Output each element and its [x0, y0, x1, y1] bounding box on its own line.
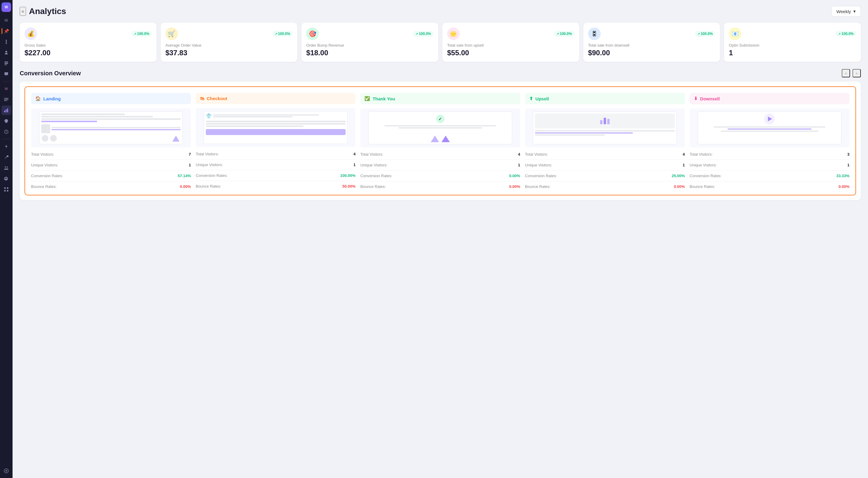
funnel-preview-downsell: [690, 109, 849, 147]
back-icon: «: [22, 9, 24, 14]
sidebar-icon-envelope[interactable]: ✉: [1, 16, 11, 25]
page-header: « Analytics Weekly ▾: [20, 6, 861, 17]
stat-badge-arrow-icon: ↗: [134, 32, 136, 35]
next-arrow-button[interactable]: »: [852, 69, 861, 78]
funnel-card-header-downsell[interactable]: ⬇ Downsell: [690, 93, 849, 104]
funnel-card-label-thankyou: Thank You: [372, 96, 395, 101]
svg-point-1: [6, 41, 7, 42]
stat-value: $18.00: [306, 49, 433, 57]
stat-label: Total sale from upsell: [447, 43, 575, 48]
main-content: « Analytics Weekly ▾ 💰 ↗ 100.0% Gross Sa…: [12, 0, 868, 478]
sidebar: W ✉ 📌 W: [0, 0, 12, 478]
funnel-stat-unique-visitors-upsell: Unique Visitors: 1: [525, 163, 685, 171]
sidebar-icon-play[interactable]: [1, 466, 11, 476]
funnel-card-label-landing: Landing: [43, 96, 61, 101]
funnel-card-label-downsell: Downsell: [700, 96, 720, 101]
period-dropdown[interactable]: Weekly ▾: [831, 6, 861, 17]
sidebar-icon-automations[interactable]: [1, 142, 11, 151]
period-label: Weekly: [836, 9, 851, 14]
funnel-card-header-landing[interactable]: 🏠 Landing: [31, 93, 191, 104]
sidebar-icon-integrations[interactable]: [1, 185, 11, 194]
stat-icon: 🌟: [447, 28, 460, 40]
prev-arrow-button[interactable]: «: [842, 69, 850, 78]
funnel-stat-bounce-downsell: Bounce Rates: 0.00%: [690, 184, 849, 189]
svg-rect-16: [7, 187, 8, 189]
stat-badge-arrow-icon: ↗: [275, 32, 277, 35]
section-header: Conversion Overview « »: [20, 69, 861, 78]
funnel-card-landing: 🏠 Landing Total Visitors: 7: [31, 93, 191, 189]
sidebar-icon-broadcast[interactable]: [1, 116, 11, 126]
sidebar-icon-contacts[interactable]: [1, 48, 11, 57]
stat-icon: 🎛: [588, 28, 601, 40]
funnel-stats-thankyou: Total Visitors: 4 Unique Visitors: 1 Con…: [360, 152, 520, 189]
stat-label: Optin Submission: [729, 43, 856, 48]
stat-card-top: 💰 ↗ 100.0%: [25, 28, 152, 40]
funnel-card-label-checkout: Checkout: [207, 96, 227, 101]
sidebar-icon-woo[interactable]: W: [1, 84, 11, 93]
sidebar-divider-1: [3, 81, 10, 82]
stat-label: Total sale from downsell: [588, 43, 715, 48]
sidebar-icon-settings[interactable]: [1, 174, 11, 183]
funnel-card-header-checkout[interactable]: 🛍 Checkout: [196, 93, 355, 104]
sidebar-icon-tags[interactable]: [1, 127, 11, 137]
stat-badge-value: 100.0%: [701, 32, 713, 36]
stat-value: $227.00: [25, 49, 152, 57]
funnel-card-header-upsell[interactable]: ⬆ Upsell: [525, 93, 685, 104]
sidebar-icon-analytics[interactable]: [1, 106, 11, 115]
funnel-stat-unique-visitors-downsell: Unique Visitors: 1: [690, 163, 849, 171]
sidebar-icon-forms[interactable]: [1, 95, 11, 104]
sidebar-icon-team[interactable]: [1, 163, 11, 173]
stat-value: $37.83: [165, 49, 293, 57]
funnel-stat-conversion-thankyou: Conversion Rates: 0.00%: [360, 174, 520, 181]
stat-icon: 💰: [25, 28, 37, 40]
svg-rect-3: [4, 62, 8, 62]
stat-badge-value: 100.0%: [560, 32, 572, 36]
funnel-card-label-upsell: Upsell: [535, 96, 549, 101]
svg-rect-17: [4, 190, 6, 191]
funnel-stat-total-visitors-upsell: Total Visitors: 4: [525, 152, 685, 160]
funnel-stat-total-visitors-thankyou: Total Visitors: 4: [360, 152, 520, 160]
stat-label: Order Bump Revenue: [306, 43, 433, 48]
funnel-card-upsell: ⬆ Upsell Total Visitors: 4 Unique Visito…: [525, 93, 685, 189]
funnel-preview-checkout: 👕: [196, 108, 355, 147]
funnel-card-icon-landing: 🏠: [35, 96, 41, 101]
sidebar-icon-pin[interactable]: 📌: [1, 26, 11, 36]
stat-card-1: 🛒 ↗ 100.0% Average Order Value $37.83: [161, 23, 298, 62]
funnel-stat-bounce-landing: Bounce Rates: 0.00%: [31, 184, 191, 189]
section-title: Conversion Overview: [20, 70, 81, 77]
stat-card-top: 🎯 ↗ 100.0%: [306, 28, 433, 40]
svg-rect-11: [7, 109, 8, 112]
stat-badge-arrow-icon: ↗: [698, 32, 700, 35]
stat-icon: 🎯: [306, 28, 319, 40]
stat-badge-arrow-icon: ↗: [556, 32, 559, 35]
stats-grid: 💰 ↗ 100.0% Gross Sales $227.00 🛒 ↗ 100.0…: [20, 23, 861, 62]
svg-rect-6: [4, 98, 8, 98]
funnel-card-icon-checkout: 🛍: [200, 96, 204, 101]
svg-rect-9: [4, 111, 5, 112]
svg-point-14: [7, 167, 8, 168]
sidebar-icon-funnel[interactable]: [1, 37, 11, 47]
stat-value: 1: [729, 49, 856, 57]
svg-rect-4: [4, 63, 8, 64]
stat-badge-value: 100.0%: [419, 32, 431, 36]
stat-badge: ↗ 100.0%: [554, 31, 575, 37]
stat-badge: ↗ 100.0%: [272, 31, 293, 37]
stat-value: $90.00: [588, 49, 715, 57]
sidebar-icon-feedback[interactable]: [1, 69, 11, 79]
stat-card-2: 🎯 ↗ 100.0% Order Bump Revenue $18.00: [301, 23, 438, 62]
funnel-preview-landing: [31, 109, 191, 147]
stat-badge: ↗ 100.0%: [131, 31, 152, 37]
funnel-stat-total-visitors-checkout: Total Visitors: 4: [196, 152, 355, 159]
back-button[interactable]: «: [20, 7, 26, 16]
nav-arrows: « »: [842, 69, 861, 78]
stat-card-3: 🌟 ↗ 100.0% Total sale from upsell $55.00: [442, 23, 579, 62]
conversion-container: 🏠 Landing Total Visitors: 7: [20, 82, 861, 200]
sidebar-icon-pages[interactable]: [1, 59, 11, 68]
stat-card-top: 📧 ↗ 100.0%: [729, 28, 856, 40]
sidebar-logo[interactable]: W: [1, 2, 11, 12]
funnel-card-checkout: 🛍 Checkout 👕 Total Visitors: 4 Unique Vi…: [196, 93, 355, 189]
funnel-card-header-thankyou[interactable]: ✅ Thank You: [360, 93, 520, 104]
page-title: Analytics: [29, 6, 66, 16]
sidebar-icon-tools[interactable]: [1, 152, 11, 162]
funnel-stat-unique-visitors-checkout: Unique Visitors: 1: [196, 162, 355, 170]
